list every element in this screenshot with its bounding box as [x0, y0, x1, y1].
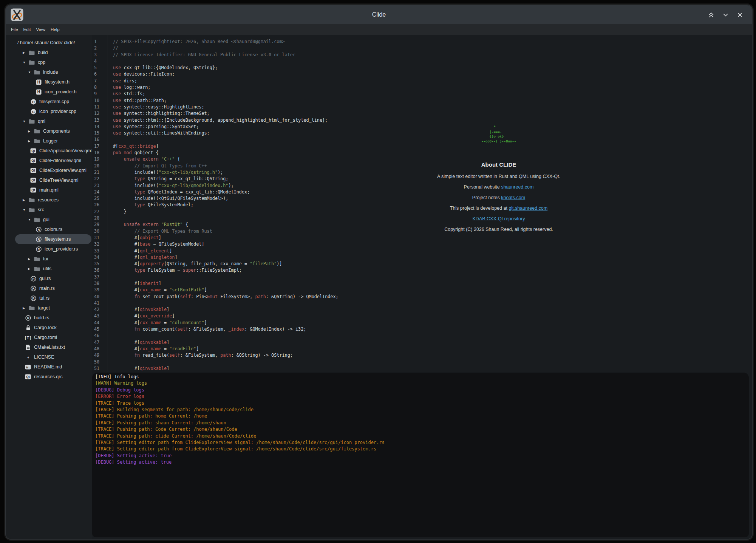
tree-folder-build[interactable]: ▶build	[15, 48, 91, 57]
about-lines: A simple text editor written in Rust and…	[378, 174, 620, 232]
about-panel: * |.===. {}o o{} --ooO--(_)--Ooo-- About…	[378, 35, 620, 232]
tree-folder-qml[interactable]: ▼qml	[15, 116, 91, 126]
line-number: 18	[94, 150, 108, 156]
code-line: #[base = QFileSystemModel]	[113, 241, 752, 248]
line-number: 30	[94, 228, 108, 235]
link-shaunreed-com[interactable]: shaunreed.com	[501, 184, 533, 190]
line-number: 6	[94, 71, 108, 77]
minimize-button[interactable]	[722, 11, 729, 19]
folder-icon	[34, 217, 40, 223]
menu-help[interactable]: Help	[48, 25, 62, 34]
title-bar[interactable]: Clide	[6, 5, 752, 24]
file-tree: ▶build▼cpp▼includeHfilesystem.hHicon_pro…	[12, 48, 92, 382]
tree-item-filesystem-h[interactable]: Hfilesystem.h	[15, 77, 91, 87]
menu-file[interactable]: File	[8, 25, 21, 34]
log-line: [ERROR] Error logs	[95, 393, 749, 400]
line-number: 11	[94, 104, 108, 110]
tree-item-clideeditorview-qml[interactable]: QtClideEditorView.qml	[15, 156, 91, 166]
folder-icon	[29, 197, 35, 203]
menu-edit[interactable]: Edit	[21, 25, 34, 34]
svg-text:R: R	[32, 296, 34, 300]
log-line: [DEBUG] Debug logs	[95, 387, 749, 393]
window-title: Clide	[6, 11, 752, 18]
log-line: [TRACE] Pushing path: shaun Current: /ho…	[95, 420, 749, 426]
tree-item-cmakelists-txt[interactable]: CMakeLists.txt	[15, 342, 91, 352]
menu-view[interactable]: View	[33, 25, 48, 34]
chevron-expanded-icon: ▼	[23, 120, 29, 123]
rs-icon: R	[30, 286, 36, 291]
chevron-collapsed-icon: ▶	[28, 130, 34, 133]
tree-item-filesystem-rs[interactable]: Rfilesystem.rs	[15, 234, 91, 244]
tree-item-resources-qrc[interactable]: Qtresources.qrc	[15, 372, 91, 382]
tree-item-main-qml[interactable]: Qtmain.qml	[15, 185, 91, 195]
link-kdab-cxx-qt-repository[interactable]: KDAB CXX-Qt repository	[473, 216, 525, 221]
tree-item-cargo-toml[interactable]: [T]Cargo.toml	[15, 333, 91, 342]
tree-item-icon-provider-rs[interactable]: Ricon_provider.rs	[15, 244, 91, 254]
tree-item-label: ClideEditorView.qml	[39, 158, 81, 163]
tree-folder-resources[interactable]: ▶resources	[15, 195, 91, 205]
tree-folder-target[interactable]: ▶target	[15, 303, 91, 313]
chevron-expanded-icon: ▼	[23, 208, 29, 212]
line-number: 17	[94, 143, 108, 150]
log-line: [DEBUG] Setting active: true	[95, 453, 749, 459]
line-number: 48	[94, 346, 108, 352]
code-line	[113, 333, 752, 339]
tree-item-cargo-lock[interactable]: Cargo.lock	[15, 323, 91, 333]
rs-icon: R	[30, 276, 36, 282]
log-console[interactable]: [INFO] Info logs[WARN] Warning logs[DEBU…	[92, 373, 749, 537]
link-git-shaunreed-com[interactable]: git.shaunreed.com	[509, 206, 547, 211]
log-line: [TRACE] Building segments for path: /hom…	[95, 407, 749, 413]
tree-item-tui-rs[interactable]: Rtui.rs	[15, 293, 91, 303]
tree-folder-utils[interactable]: ▶utils	[15, 264, 91, 274]
line-number: 47	[94, 339, 108, 346]
tree-item-clideapplicationview-qml[interactable]: QtClideApplicationView.qml	[15, 146, 91, 156]
tree-folder-src[interactable]: ▼src	[15, 205, 91, 215]
tree-item-colors-rs[interactable]: Rcolors.rs	[15, 224, 91, 234]
line-number: 8	[94, 84, 108, 91]
tree-item-filesystem-cpp[interactable]: Cfilesystem.cpp	[15, 97, 91, 107]
line-number: 7	[94, 78, 108, 84]
tree-folder-include[interactable]: ▼include	[15, 67, 91, 77]
tree-item-icon-provider-h[interactable]: Hicon_provider.h	[15, 87, 91, 97]
tree-item-icon-provider-cpp[interactable]: Cicon_provider.cpp	[15, 107, 91, 116]
maximize-button[interactable]	[707, 11, 715, 19]
tree-item-label: main.qml	[39, 187, 59, 193]
tree-folder-logger[interactable]: ▶Logger	[15, 136, 91, 146]
cpp-icon: C	[30, 99, 36, 105]
line-number: 21	[94, 169, 108, 176]
line-number: 28	[94, 215, 108, 221]
tree-folder-tui[interactable]: ▶tui	[15, 254, 91, 264]
tree-folder-components[interactable]: ▶Components	[15, 126, 91, 136]
tree-item-label: icon_provider.rs	[45, 246, 78, 252]
app-icon	[10, 8, 24, 22]
tree-item-gui-rs[interactable]: Rgui.rs	[15, 274, 91, 283]
line-number-gutter: 1234567891011121314151617181920212223242…	[92, 35, 108, 372]
line-number: 43	[94, 313, 108, 319]
file-explorer: / home/ shaun/ Code/ clide/ ▶build▼cpp▼i…	[12, 38, 92, 539]
line-number: 20	[94, 163, 108, 169]
tree-folder-gui[interactable]: ▼gui	[15, 215, 91, 224]
tree-item-license[interactable]: ✶LICENSE	[15, 352, 91, 362]
tree-item-main-rs[interactable]: Rmain.rs	[15, 283, 91, 293]
line-number: 2	[94, 45, 108, 51]
tree-item-label: icon_provider.h	[45, 89, 77, 94]
tree-item-label: cpp	[38, 60, 45, 65]
log-line: [TRACE] Setting editor path from ClideEx…	[95, 439, 749, 446]
tree-item-label: Cargo.lock	[34, 325, 57, 330]
tree-item-clidetreeview-qml[interactable]: QtClideTreeView.qml	[15, 175, 91, 185]
tree-folder-cpp[interactable]: ▼cpp	[15, 57, 91, 67]
tree-item-label: utils	[43, 266, 51, 271]
svg-text:Qt: Qt	[31, 169, 35, 172]
about-line: KDAB CXX-Qt repository	[378, 216, 620, 221]
line-number: 9	[94, 91, 108, 97]
tree-item-clideexplorerview-qml[interactable]: QtClideExplorerView.qml	[15, 166, 91, 175]
line-number: 40	[94, 294, 108, 300]
folder-icon	[29, 50, 35, 56]
link-knoats-com[interactable]: knoats.com	[501, 195, 525, 200]
line-number: 45	[94, 326, 108, 333]
tree-item-label: main.rs	[39, 286, 55, 291]
tree-item-label: ClideTreeView.qml	[39, 178, 79, 183]
tree-item-build-rs[interactable]: Rbuild.rs	[15, 313, 91, 323]
close-button[interactable]	[736, 11, 744, 19]
tree-item-readme-md[interactable]: M↓README.md	[15, 362, 91, 372]
